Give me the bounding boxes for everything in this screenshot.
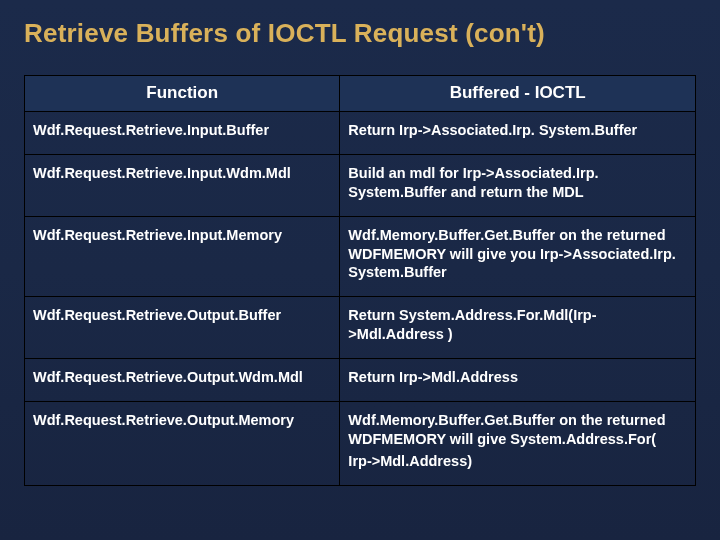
table-row: Wdf.Request.Retrieve.Input.MemoryWdf.Mem… <box>25 216 696 297</box>
cell-description: Return Irp->Associated.Irp. System.Buffe… <box>340 112 696 155</box>
table-row: Wdf.Request.Retrieve.Output.MemoryWdf.Me… <box>25 401 696 486</box>
cell-function: Wdf.Request.Retrieve.Input.Memory <box>25 216 340 297</box>
cell-description: Return Irp->Mdl.Address <box>340 358 696 401</box>
desc-line: Build an mdl for Irp->Associated.Irp. Sy… <box>348 164 685 202</box>
cell-description: Build an mdl for Irp->Associated.Irp. Sy… <box>340 155 696 217</box>
desc-line: Return Irp->Associated.Irp. System.Buffe… <box>348 121 685 140</box>
desc-line: Return Irp->Mdl.Address <box>348 368 685 387</box>
table-row: Wdf.Request.Retrieve.Output.BufferReturn… <box>25 297 696 359</box>
desc-line: Return System.Address.For.Mdl(Irp->Mdl.A… <box>348 306 685 344</box>
cell-function: Wdf.Request.Retrieve.Input.Buffer <box>25 112 340 155</box>
table-header-row: Function Buffered - IOCTL <box>25 76 696 112</box>
header-function: Function <box>25 76 340 112</box>
desc-line: Wdf.Memory.Buffer.Get.Buffer on the retu… <box>348 411 685 449</box>
cell-function: Wdf.Request.Retrieve.Output.Buffer <box>25 297 340 359</box>
cell-function: Wdf.Request.Retrieve.Input.Wdm.Mdl <box>25 155 340 217</box>
table-row: Wdf.Request.Retrieve.Input.Wdm.MdlBuild … <box>25 155 696 217</box>
cell-function: Wdf.Request.Retrieve.Output.Memory <box>25 401 340 486</box>
table-row: Wdf.Request.Retrieve.Input.BufferReturn … <box>25 112 696 155</box>
header-buffered: Buffered - IOCTL <box>340 76 696 112</box>
desc-line: Irp->Mdl.Address) <box>348 452 685 471</box>
slide-title: Retrieve Buffers of IOCTL Request (con't… <box>24 18 696 49</box>
cell-function: Wdf.Request.Retrieve.Output.Wdm.Mdl <box>25 358 340 401</box>
table-row: Wdf.Request.Retrieve.Output.Wdm.MdlRetur… <box>25 358 696 401</box>
desc-line: Wdf.Memory.Buffer.Get.Buffer on the retu… <box>348 226 685 283</box>
slide: Retrieve Buffers of IOCTL Request (con't… <box>0 0 720 540</box>
cell-description: Wdf.Memory.Buffer.Get.Buffer on the retu… <box>340 216 696 297</box>
cell-description: Return System.Address.For.Mdl(Irp->Mdl.A… <box>340 297 696 359</box>
cell-description: Wdf.Memory.Buffer.Get.Buffer on the retu… <box>340 401 696 486</box>
ioctl-table: Function Buffered - IOCTL Wdf.Request.Re… <box>24 75 696 486</box>
